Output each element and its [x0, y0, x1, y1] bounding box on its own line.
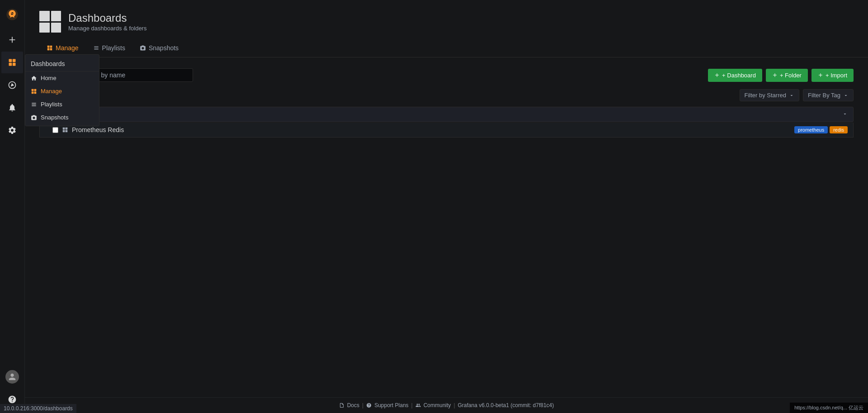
svg-rect-4 [9, 63, 12, 66]
tag-prometheus: prometheus [794, 126, 828, 133]
compass-icon [8, 81, 17, 90]
svg-rect-12 [47, 48, 50, 51]
sidebar-item-user[interactable] [1, 366, 23, 388]
footer-community[interactable]: Community [424, 402, 451, 408]
sidebar-item-configuration[interactable] [1, 119, 23, 141]
bottom-right-bar: https://blog.csdn.net/q... 亿运云 [790, 403, 868, 413]
svg-rect-8 [32, 91, 34, 94]
footer-version: Grafana v6.0.0-beta1 (commit: d7f81c4) [458, 402, 554, 408]
plus-icon [8, 35, 17, 44]
add-folder-button[interactable]: + Folder [766, 69, 808, 82]
footer-docs[interactable]: Docs [347, 402, 359, 408]
footer-support[interactable]: Support Plans [374, 402, 408, 408]
chevron-down-icon [842, 111, 848, 117]
tab-playlists-icon [93, 45, 99, 51]
add-dashboard-button[interactable]: + Dashboard [708, 69, 762, 82]
dashboard-item-row: Prometheus Redis prometheus redis [39, 123, 854, 138]
content-area: + Dashboard + Folder + Import Filter by … [25, 57, 868, 397]
tabs-bar: Manage Playlists Snapshots [25, 40, 868, 57]
plus-icon [714, 72, 720, 78]
page-title-area: Dashboards Manage dashboards & folders [68, 12, 146, 32]
tag-redis: redis [830, 126, 848, 133]
dashboards-dropdown: Dashboards Home Manage Playlists Snapsho… [25, 54, 99, 126]
filter-dropdowns: Filter by Starred Filter By Tag [740, 89, 854, 101]
action-buttons: + Dashboard + Folder + Import [708, 69, 854, 82]
sidebar-item-alerting[interactable] [1, 97, 23, 119]
dashboard-grid-icon [62, 127, 68, 133]
folder-row[interactable]: General [39, 107, 854, 122]
page-title: Dashboards [68, 12, 146, 25]
folder-chevron [842, 111, 848, 118]
bell-icon [8, 103, 17, 112]
svg-rect-3 [13, 59, 16, 62]
tab-snapshots[interactable]: Snapshots [132, 40, 186, 57]
svg-rect-9 [34, 91, 37, 94]
manage-icon [31, 88, 37, 95]
sidebar-item-create[interactable] [1, 29, 23, 51]
page-header: Dashboards Manage dashboards & folders [25, 0, 868, 40]
filter-tag-dropdown[interactable]: Filter By Tag [803, 89, 854, 101]
svg-rect-13 [50, 48, 52, 51]
svg-rect-2 [9, 59, 12, 62]
tab-snapshots-icon [140, 45, 146, 51]
squares-icon [8, 58, 17, 67]
dropdown-item-home[interactable]: Home [25, 71, 99, 85]
camera-icon [31, 114, 37, 121]
page-icon [39, 11, 61, 33]
bottom-right-text: https://blog.csdn.net/q... 亿运云 [794, 404, 863, 411]
gear-icon [8, 126, 17, 135]
sidebar [0, 0, 25, 413]
url-bar: 10.0.0.216:3000/dashboards [0, 404, 76, 413]
home-icon [31, 75, 37, 81]
playlist-icon [31, 101, 37, 108]
dropdown-item-playlists[interactable]: Playlists [25, 98, 99, 111]
sidebar-item-explore[interactable] [1, 74, 23, 96]
svg-rect-10 [47, 46, 50, 48]
tab-manage-icon [47, 45, 53, 51]
dropdown-header: Dashboards [25, 57, 99, 71]
import-button[interactable]: + Import [811, 69, 854, 82]
svg-rect-14 [63, 128, 65, 130]
svg-rect-16 [63, 130, 65, 133]
folder-name-area: General [55, 111, 839, 118]
filter-starred-dropdown[interactable]: Filter by Starred [740, 89, 799, 101]
main-content: Dashboards Manage dashboards & folders M… [25, 0, 868, 413]
avatar [5, 370, 19, 384]
chevron-down-icon [789, 93, 794, 98]
support-icon [366, 403, 372, 408]
filter-row: Filter by Starred Filter By Tag [39, 89, 854, 101]
dropdown-item-snapshots[interactable]: Snapshots [25, 111, 99, 124]
grafana-logo[interactable] [1, 4, 23, 25]
dashboard-name-area[interactable]: Prometheus Redis [62, 126, 791, 133]
svg-rect-11 [50, 46, 52, 48]
community-icon [415, 403, 421, 408]
toolbar-row: + Dashboard + Folder + Import [39, 68, 854, 82]
dropdown-item-manage[interactable]: Manage [25, 85, 99, 98]
docs-icon [339, 403, 344, 408]
svg-rect-5 [13, 63, 16, 66]
dashboard-checkbox[interactable] [52, 127, 58, 133]
footer: Docs | Support Plans | Community | Grafa… [25, 397, 868, 413]
svg-rect-17 [66, 130, 68, 133]
plus-icon [772, 72, 778, 78]
page-subtitle: Manage dashboards & folders [68, 25, 146, 32]
question-icon [8, 395, 17, 404]
svg-rect-15 [66, 128, 68, 130]
dashboard-tags: prometheus redis [794, 126, 848, 133]
svg-rect-7 [34, 89, 37, 91]
chevron-down-icon [843, 93, 849, 98]
plus-icon [818, 72, 823, 78]
sidebar-item-dashboards[interactable] [1, 52, 23, 73]
svg-rect-6 [32, 89, 34, 91]
